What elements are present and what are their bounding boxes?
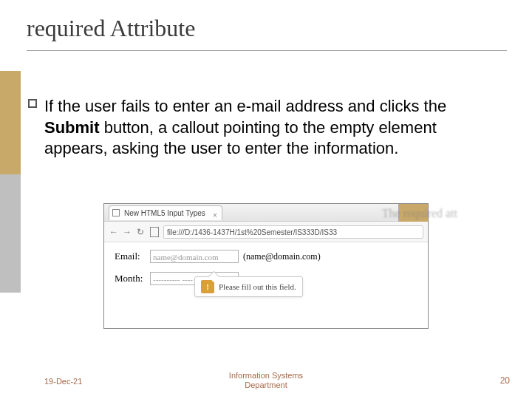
slide-title: required Attribute (27, 15, 195, 42)
file-icon (150, 227, 159, 237)
email-hint: (name@domain.com) (243, 251, 321, 262)
email-label: Email: (115, 250, 146, 262)
forward-icon[interactable]: → (122, 227, 132, 237)
month-label: Month: (115, 273, 146, 284)
body-post: button, a callout pointing to the empty … (44, 118, 437, 158)
footer-line2: Department (245, 381, 287, 389)
browser-screenshot: New HTML5 Input Types × The required att… (103, 203, 429, 329)
slide: required Attribute If the user fails to … (0, 0, 532, 399)
url-bar[interactable]: file:///D:/1436-1437H/1st%20Semester/IS3… (163, 225, 423, 239)
tab-title: New HTML5 Input Types (124, 209, 205, 217)
reload-icon[interactable]: ↻ (135, 227, 146, 237)
warning-icon: ! (201, 280, 214, 293)
browser-toolbar: ← → ↻ file:///D:/1436-1437H/1st%20Semest… (104, 222, 428, 242)
back-icon[interactable]: ← (109, 227, 119, 237)
bullet-icon (28, 99, 37, 108)
title-divider (27, 50, 507, 51)
body-pre: If the user fails to enter an e-mail add… (44, 97, 446, 115)
callout-text: Please fill out this field. (219, 282, 296, 291)
tab-close-icon[interactable]: × (213, 208, 217, 223)
validation-callout: ! Please fill out this field. (194, 276, 303, 297)
tab-favicon-icon (112, 209, 120, 216)
email-field[interactable]: name@domain.com (150, 250, 239, 263)
footer-page-number: 20 (500, 375, 510, 386)
sidebar (0, 0, 21, 399)
body-bold: Submit (44, 118, 100, 137)
footer-center: Information Systems Department (0, 371, 532, 390)
email-row: Email: name@domain.com (name@domain.com) (115, 250, 417, 263)
browser-titlebar: New HTML5 Input Types × The required att (104, 204, 428, 222)
body-text: If the user fails to enter an e-mail add… (44, 96, 502, 160)
browser-tab[interactable]: New HTML5 Input Types × (109, 205, 222, 220)
background-page-text: The required att (382, 207, 457, 220)
sidebar-accent-gray (0, 174, 21, 293)
page-content: Email: name@domain.com (name@domain.com)… (104, 242, 428, 301)
footer-line1: Information Systems (229, 371, 303, 380)
sidebar-accent-gold (0, 71, 21, 174)
